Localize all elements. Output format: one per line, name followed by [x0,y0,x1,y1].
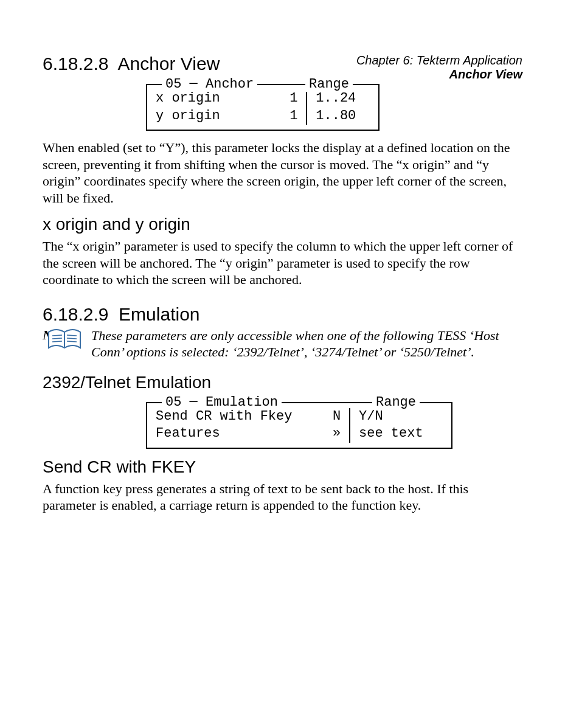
emulation-settings-box: 05 ─ Emulation Range Send CR with Fkey N… [146,402,452,449]
note-book-icon [47,327,81,352]
param-name: Send CR with Fkey [147,408,312,426]
table-row: y origin 1 1..80 [147,108,378,125]
running-header-line2: Anchor View [356,68,522,81]
section-title: Anchor View [117,54,220,74]
box-legend-left: 05 ─ Anchor [162,77,257,92]
param-range: see text [350,425,451,443]
anchor-settings-box: 05 ─ Anchor Range x origin 1 1..24 y ori… [146,84,380,131]
section-heading-emulation: 6.18.2.9 Emulation [43,304,522,325]
running-header: Chapter 6: Tekterm Application Anchor Vi… [356,54,522,81]
param-range: Y/N [350,408,451,426]
subheading-2392-telnet: 2392/Telnet Emulation [43,373,522,392]
table-row: Send CR with Fkey N Y/N [147,408,451,426]
section-number: 6.18.2.9 [43,304,108,324]
param-value: » [312,425,350,443]
box-legend-right: Range [305,77,353,92]
table-row: Features » see text [147,425,451,443]
subheading-x-y-origin: x origin and y origin [43,215,522,234]
param-name: x origin [147,90,263,108]
svg-line-2 [52,338,62,339]
subheading-send-cr: Send CR with FKEY [43,457,522,477]
param-range: 1..24 [307,90,378,108]
param-name: Features [147,425,312,443]
section-number: 6.18.2.8 [43,54,108,74]
box-legend-right: Range [372,395,420,410]
svg-line-1 [52,335,62,336]
svg-line-6 [67,341,77,342]
paragraph: A function key press generates a string … [43,480,522,514]
paragraph: When enabled (set to “Y”), this paramete… [43,139,522,206]
svg-line-4 [67,335,77,336]
svg-line-5 [67,338,77,339]
running-header-line1: Chapter 6: Tekterm Application [356,54,522,68]
note-block: Note: These parameters are only accessib… [43,327,522,361]
paragraph: The “x origin” parameter is used to spec… [43,238,522,288]
page: Chapter 6: Tekterm Application Anchor Vi… [0,54,565,728]
table-row: x origin 1 1..24 [147,90,378,108]
box-legend-left: 05 ─ Emulation [162,395,282,410]
param-value: N [312,408,350,426]
section-title: Emulation [119,304,199,324]
param-name: y origin [147,108,263,125]
param-value: 1 [263,108,306,125]
param-range: 1..80 [307,108,378,125]
note-text: These parameters are only accessible whe… [91,327,522,361]
svg-line-3 [52,341,62,342]
param-value: 1 [263,90,306,108]
